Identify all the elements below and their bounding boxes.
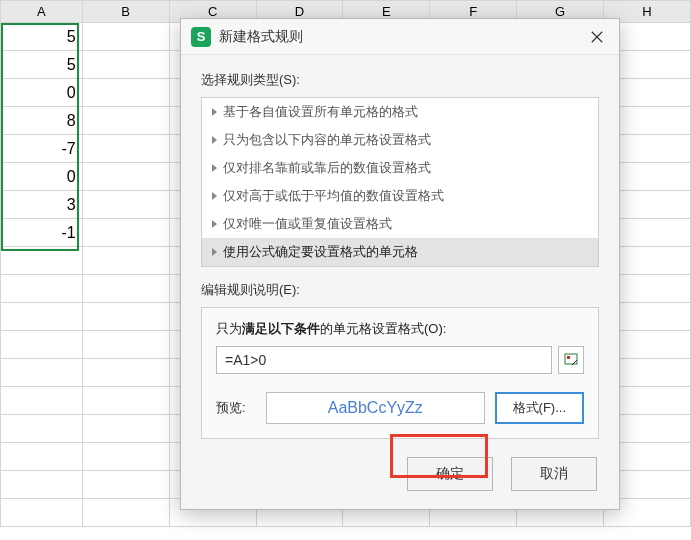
- rule-type-item[interactable]: 只为包含以下内容的单元格设置格式: [202, 126, 598, 154]
- dialog-titlebar[interactable]: S 新建格式规则: [181, 19, 619, 55]
- chevron-right-icon: [212, 108, 217, 116]
- cell[interactable]: [82, 135, 169, 163]
- cell[interactable]: 5: [1, 23, 83, 51]
- format-button[interactable]: 格式(F)...: [495, 392, 584, 424]
- rule-type-list: 基于各自值设置所有单元格的格式只为包含以下内容的单元格设置格式仅对排名靠前或靠后…: [201, 97, 599, 267]
- cell[interactable]: [82, 303, 169, 331]
- cell[interactable]: [82, 191, 169, 219]
- cell[interactable]: [82, 79, 169, 107]
- rule-type-item[interactable]: 基于各自值设置所有单元格的格式: [202, 98, 598, 126]
- preview-label: 预览:: [216, 399, 256, 417]
- cell[interactable]: 8: [1, 107, 83, 135]
- cell[interactable]: [1, 443, 83, 471]
- edit-description-label: 编辑规则说明(E):: [201, 281, 599, 299]
- rule-type-item[interactable]: 使用公式确定要设置格式的单元格: [202, 238, 598, 266]
- cell[interactable]: 5: [1, 51, 83, 79]
- condition-label: 只为满足以下条件的单元格设置格式(O):: [216, 320, 584, 338]
- chevron-right-icon: [212, 164, 217, 172]
- cell[interactable]: [1, 247, 83, 275]
- col-header[interactable]: A: [1, 1, 83, 23]
- cell[interactable]: [1, 387, 83, 415]
- cell[interactable]: [1, 471, 83, 499]
- chevron-right-icon: [212, 220, 217, 228]
- rule-type-label: 仅对唯一值或重复值设置格式: [223, 215, 392, 233]
- new-formatting-rule-dialog: S 新建格式规则 选择规则类型(S): 基于各自值设置所有单元格的格式只为包含以…: [180, 18, 620, 510]
- rule-type-item[interactable]: 仅对排名靠前或靠后的数值设置格式: [202, 154, 598, 182]
- cell[interactable]: [82, 163, 169, 191]
- close-icon: [590, 30, 604, 44]
- rule-type-label: 仅对高于或低于平均值的数值设置格式: [223, 187, 444, 205]
- range-picker-icon: [563, 352, 579, 368]
- cell[interactable]: [82, 415, 169, 443]
- cancel-button[interactable]: 取消: [511, 457, 597, 491]
- cell[interactable]: [82, 471, 169, 499]
- cell[interactable]: 0: [1, 163, 83, 191]
- cell[interactable]: [82, 331, 169, 359]
- rule-type-item[interactable]: 仅对唯一值或重复值设置格式: [202, 210, 598, 238]
- rule-type-label: 仅对排名靠前或靠后的数值设置格式: [223, 159, 431, 177]
- cell[interactable]: 0: [1, 79, 83, 107]
- format-preview: AaBbCcYyZz: [266, 392, 485, 424]
- cell[interactable]: [82, 23, 169, 51]
- cell[interactable]: -1: [1, 219, 83, 247]
- cell[interactable]: [82, 275, 169, 303]
- rule-type-label: 基于各自值设置所有单元格的格式: [223, 103, 418, 121]
- cell[interactable]: [82, 359, 169, 387]
- cell[interactable]: [1, 331, 83, 359]
- cell[interactable]: [82, 499, 169, 527]
- dialog-footer: 确定 取消: [201, 457, 599, 491]
- dialog-title: 新建格式规则: [219, 28, 583, 46]
- col-header[interactable]: B: [82, 1, 169, 23]
- chevron-right-icon: [212, 248, 217, 256]
- cell[interactable]: [1, 275, 83, 303]
- rule-type-label: 使用公式确定要设置格式的单元格: [223, 243, 418, 261]
- svg-rect-1: [567, 356, 570, 359]
- cell[interactable]: [82, 107, 169, 135]
- chevron-right-icon: [212, 136, 217, 144]
- chevron-right-icon: [212, 192, 217, 200]
- cell[interactable]: [82, 51, 169, 79]
- cell[interactable]: [82, 387, 169, 415]
- range-picker-button[interactable]: [558, 346, 584, 374]
- condition-label-prefix: 只为: [216, 321, 242, 336]
- cell[interactable]: -7: [1, 135, 83, 163]
- condition-label-suffix: 的单元格设置格式(O):: [320, 321, 446, 336]
- cell[interactable]: [1, 359, 83, 387]
- cell[interactable]: [1, 415, 83, 443]
- rule-type-label: 只为包含以下内容的单元格设置格式: [223, 131, 431, 149]
- app-badge-icon: S: [191, 27, 211, 47]
- formula-input[interactable]: [216, 346, 552, 374]
- ok-button[interactable]: 确定: [407, 457, 493, 491]
- cell[interactable]: [1, 499, 83, 527]
- cell[interactable]: [1, 303, 83, 331]
- cell[interactable]: [82, 443, 169, 471]
- rule-type-item[interactable]: 仅对高于或低于平均值的数值设置格式: [202, 182, 598, 210]
- cell[interactable]: 3: [1, 191, 83, 219]
- cell[interactable]: [82, 219, 169, 247]
- cell[interactable]: [82, 247, 169, 275]
- close-button[interactable]: [583, 23, 611, 51]
- condition-label-bold: 满足以下条件: [242, 321, 320, 336]
- rule-edit-panel: 只为满足以下条件的单元格设置格式(O): 预览: AaBbCcYyZz 格式(F…: [201, 307, 599, 439]
- rule-type-section-label: 选择规则类型(S):: [201, 71, 599, 89]
